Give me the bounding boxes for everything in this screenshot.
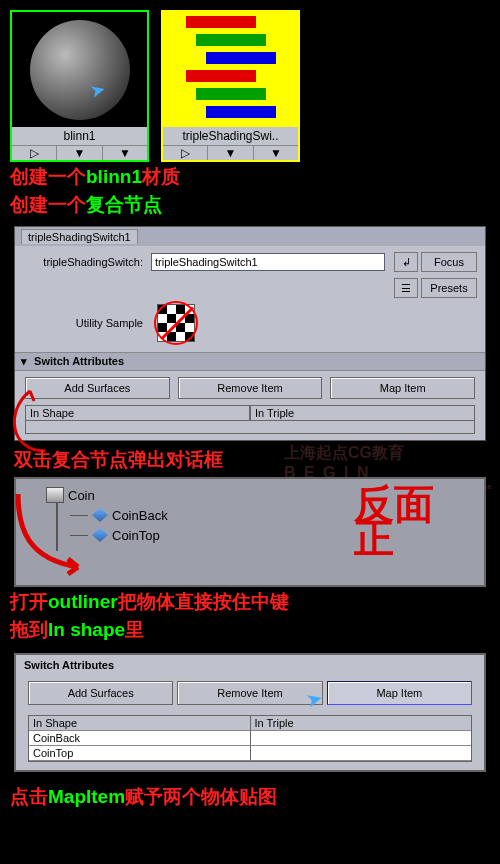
table-row[interactable]: CoinTop xyxy=(29,746,471,761)
utility-row: Utility Sample xyxy=(23,304,477,342)
chevron-down-icon: ▾ xyxy=(21,355,31,368)
outliner-panel: Coin CoinBack CoinTop 反面 正 xyxy=(14,477,486,587)
note-line-2: 创建一个复合节点 xyxy=(0,190,500,218)
annotation-arrow-2 xyxy=(8,489,128,579)
switch-table-head: In Shape In Triple xyxy=(25,405,475,421)
thumb-triple-controls: ▷ ▼ ▼ xyxy=(163,145,298,160)
remove-item-button[interactable]: Remove Item xyxy=(177,681,322,705)
note-line-6: 点击MapItem赋予两个物体贴图 xyxy=(0,782,500,810)
thumb-triple[interactable]: tripleShadingSwi.. ▷ ▼ ▼ xyxy=(161,10,300,162)
note-line-3: 双击复合节点弹出对话框 上海起点CG教育 B E G I N Shanghai … xyxy=(14,447,500,473)
attribute-editor: tripleShadingSwitch1 tripleShadingSwitch… xyxy=(14,226,486,441)
utility-sample-icon xyxy=(157,304,195,342)
down-icon[interactable]: ▼ xyxy=(103,146,147,160)
remove-item-button[interactable]: Remove Item xyxy=(178,377,323,399)
list-icon[interactable]: ☰ xyxy=(394,278,418,298)
thumb-blinn[interactable]: ➤ blinn1 ▷ ▼ ▼ xyxy=(10,10,149,162)
triple-swatch xyxy=(163,12,298,127)
go-icon[interactable]: ↲ xyxy=(394,252,418,272)
map-item-button[interactable]: Map Item xyxy=(327,681,472,705)
col-in-triple: In Triple xyxy=(250,405,475,421)
attr-tab-bar: tripleShadingSwitch1 xyxy=(15,227,485,246)
switch-table-empty xyxy=(25,421,475,434)
switch-table: In Shape In Triple CoinBack CoinTop xyxy=(28,715,472,762)
utility-label: Utility Sample xyxy=(23,317,143,329)
down-icon[interactable]: ▼ xyxy=(57,146,102,160)
switch-header-2: Switch Attributes xyxy=(16,655,484,675)
thumb-blinn-label: blinn1 xyxy=(12,127,147,145)
note-line-4: 打开outliner把物体直接按住中键 xyxy=(0,587,500,615)
play-icon[interactable]: ▷ xyxy=(12,146,57,160)
blinn-swatch: ➤ xyxy=(12,12,147,127)
down-icon[interactable]: ▼ xyxy=(208,146,253,160)
switch-section-header[interactable]: ▾ Switch Attributes xyxy=(15,352,485,371)
switch-header-label: Switch Attributes xyxy=(34,355,124,367)
name-row: tripleShadingSwitch: ↲ Focus xyxy=(23,252,477,272)
handwriting-annotation: 反面 正 xyxy=(354,485,434,559)
add-surfaces-button[interactable]: Add Surfaces xyxy=(28,681,173,705)
map-item-button[interactable]: Map Item xyxy=(330,377,475,399)
name-field[interactable] xyxy=(151,253,385,271)
focus-button[interactable]: Focus xyxy=(421,252,477,272)
play-icon[interactable]: ▷ xyxy=(163,146,208,160)
name-label: tripleShadingSwitch: xyxy=(23,256,143,268)
thumb-triple-label: tripleShadingSwi.. xyxy=(163,127,298,145)
col-in-shape: In Shape xyxy=(29,716,251,731)
col-in-triple: In Triple xyxy=(251,716,472,731)
note-line-1: 创建一个blinn1材质 xyxy=(0,162,500,190)
switch-attributes-panel: Switch Attributes Add Surfaces Remove It… xyxy=(14,653,486,772)
presets-button[interactable]: Presets xyxy=(421,278,477,298)
down-icon[interactable]: ▼ xyxy=(254,146,298,160)
shader-thumbnails: ➤ blinn1 ▷ ▼ ▼ tripleShadingSwi.. ▷ ▼ ▼ xyxy=(0,0,500,162)
switch-button-row: Add Surfaces Remove Item Map Item xyxy=(15,371,485,405)
thumb-blinn-controls: ▷ ▼ ▼ xyxy=(12,145,147,160)
table-row[interactable]: CoinBack xyxy=(29,731,471,746)
note-line-5: 拖到In shape里 xyxy=(0,615,500,643)
attr-tab[interactable]: tripleShadingSwitch1 xyxy=(21,229,138,244)
